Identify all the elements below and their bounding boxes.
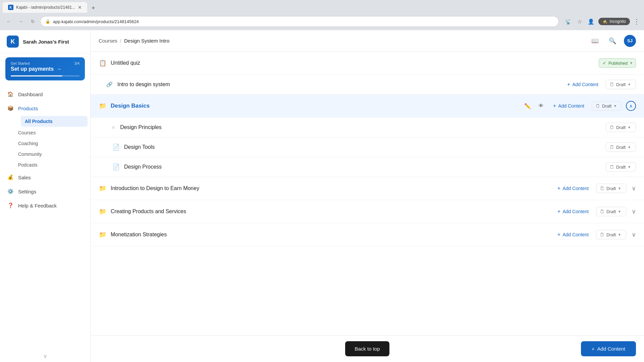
- chevron-down-icon: ▾: [619, 232, 621, 237]
- sidebar-logo: K: [7, 36, 19, 48]
- plus-icon: +: [567, 81, 570, 87]
- folder-icon: 📁: [99, 102, 107, 110]
- address-bar[interactable]: 🔒 app.kajabi.com/admin/products/21481456…: [40, 16, 559, 27]
- lock-icon: 🔒: [45, 19, 50, 24]
- draft-status-badge[interactable]: 🗒 Draft ▾: [596, 230, 626, 239]
- expand-icon[interactable]: ∨: [632, 231, 636, 238]
- expand-icon[interactable]: ∨: [632, 185, 636, 192]
- chevron-down-icon: ▾: [628, 165, 630, 169]
- top-bar: Courses / Design System Intro 📖 🔍 SJ: [91, 30, 644, 52]
- browser-tabs: K Kajabi - /admin/products/21481... ✕ +: [0, 0, 644, 13]
- sidebar-header: K Sarah Jonas's First: [0, 30, 90, 53]
- draft-status-badge[interactable]: 🗒 Draft ▾: [596, 184, 626, 193]
- sidebar-item-label: Products: [18, 106, 38, 111]
- add-content-button[interactable]: + Add Content: [550, 101, 588, 111]
- add-content-button[interactable]: + Add Content: [554, 230, 592, 240]
- doc-icon: 🗒: [600, 232, 604, 237]
- get-started-card[interactable]: Get Started 3/4 Set up payments →: [5, 57, 85, 80]
- breadcrumb-separator: /: [120, 38, 121, 44]
- top-bar-actions: 📖 🔍 SJ: [589, 35, 636, 47]
- sidebar: K Sarah Jonas's First Get Started 3/4 Se…: [0, 30, 91, 362]
- draft-status-badge[interactable]: 🗒 Draft ▾: [606, 162, 636, 172]
- status-label: Draft: [616, 145, 626, 150]
- add-content-button[interactable]: + Add Content: [554, 206, 592, 217]
- help-icon: ❓: [7, 202, 14, 209]
- tab-close-button[interactable]: ✕: [78, 5, 82, 10]
- published-status-badge[interactable]: ✓ Published ▾: [599, 58, 636, 68]
- new-tab-button[interactable]: +: [89, 3, 98, 13]
- course-item-intro-design: 🔗 Intro to desgin system + Add Content 🗒…: [91, 75, 644, 95]
- sidebar-item-community[interactable]: Community: [18, 149, 90, 160]
- draft-status-badge[interactable]: 🗒 Draft ▾: [606, 80, 636, 89]
- add-content-bottom-button[interactable]: + Add Content: [581, 341, 636, 356]
- course-item-actions: 🗒 Draft ▾: [606, 142, 636, 152]
- add-content-button[interactable]: + Add Content: [554, 183, 592, 193]
- course-item-creating-products: 📁 Creating Products and Services + Add C…: [91, 200, 644, 223]
- draft-status-badge[interactable]: 🗒 Draft ▾: [606, 123, 636, 132]
- eye-button[interactable]: 👁: [536, 101, 546, 111]
- breadcrumb-courses-link[interactable]: Courses: [99, 38, 117, 44]
- chevron-down-icon: ▾: [628, 145, 630, 149]
- incognito-icon: 🕵️: [602, 19, 607, 24]
- chevron-down-icon: ▾: [614, 104, 616, 108]
- draft-status-badge[interactable]: 🗒 Draft ▾: [592, 101, 622, 111]
- back-to-top-button[interactable]: Back to top: [345, 341, 389, 356]
- course-item-row: 📋 Untitled quiz ✓ Published ▾: [99, 52, 636, 74]
- app-layout: K Sarah Jonas's First Get Started 3/4 Se…: [0, 30, 644, 362]
- book-icon-button[interactable]: 📖: [589, 35, 601, 47]
- progress-fill: [11, 75, 62, 76]
- course-list: 📋 Untitled quiz ✓ Published ▾: [91, 52, 644, 246]
- reload-button[interactable]: ↻: [28, 17, 38, 26]
- draft-status-badge[interactable]: 🗒 Draft ▾: [606, 142, 636, 152]
- sidebar-item-all-products[interactable]: All Products: [21, 116, 88, 127]
- status-label: Draft: [606, 209, 616, 214]
- expand-icon[interactable]: ∨: [632, 208, 636, 215]
- sidebar-item-sales[interactable]: 💰 Sales: [0, 170, 90, 184]
- main-content: Courses / Design System Intro 📖 🔍 SJ 📋 U…: [91, 30, 644, 362]
- add-content-label: Add Content: [558, 103, 584, 109]
- status-label: Draft: [606, 186, 616, 191]
- sidebar-item-courses[interactable]: Courses: [18, 127, 90, 138]
- tab-favicon: K: [8, 5, 13, 10]
- browser-menu-button[interactable]: ⋮: [633, 17, 640, 25]
- plus-icon: +: [557, 232, 560, 238]
- chevron-down-icon: ▾: [630, 61, 632, 65]
- course-item-title: Untitled quiz: [111, 60, 595, 66]
- forward-button[interactable]: →: [16, 17, 25, 26]
- draft-status-badge[interactable]: 🗒 Draft ▾: [596, 207, 626, 216]
- sidebar-item-coaching[interactable]: Coaching: [18, 138, 90, 149]
- course-item-actions: + Add Content 🗒 Draft ▾ ∨: [554, 230, 636, 240]
- products-submenu: All Products Courses Coaching Community …: [0, 116, 90, 170]
- course-item-actions: ✓ Published ▾: [599, 58, 636, 68]
- content-area: 📋 Untitled quiz ✓ Published ▾: [91, 52, 644, 335]
- cast-icon[interactable]: 📡: [564, 17, 572, 25]
- sidebar-scroll-down[interactable]: ∨: [0, 350, 90, 362]
- sales-icon: 💰: [7, 174, 14, 181]
- status-label: Draft: [606, 232, 616, 237]
- plus-icon: +: [592, 346, 595, 352]
- active-tab[interactable]: K Kajabi - /admin/products/21481... ✕: [3, 2, 87, 13]
- add-content-button[interactable]: + Add Content: [564, 79, 602, 89]
- course-item-title: Monetization Strategies: [111, 232, 550, 238]
- course-item-design-tools: 📄 Design Tools 🗒 Draft ▾: [91, 137, 644, 157]
- link-icon: 🔗: [105, 81, 113, 87]
- back-button[interactable]: ←: [4, 17, 13, 26]
- course-item-untitled-quiz: 📋 Untitled quiz ✓ Published ▾: [91, 52, 644, 75]
- incognito-button[interactable]: 🕵️ Incognito: [598, 18, 630, 25]
- tab-title: Kajabi - /admin/products/21481...: [16, 5, 75, 10]
- sidebar-item-settings[interactable]: ⚙️ Settings: [0, 184, 90, 198]
- user-avatar-button[interactable]: SJ: [624, 35, 636, 47]
- sidebar-item-podcasts[interactable]: Podcasts: [18, 160, 90, 170]
- incognito-label: Incognito: [609, 19, 626, 24]
- quiz-icon: 📋: [99, 59, 107, 67]
- edit-button[interactable]: ✏️: [523, 101, 532, 111]
- sidebar-item-help[interactable]: ❓ Help & Feedback: [0, 198, 90, 213]
- collapse-button[interactable]: ∧: [626, 101, 636, 111]
- sidebar-item-dashboard[interactable]: 🏠 Dashboard: [0, 87, 90, 101]
- search-button[interactable]: 🔍: [606, 35, 619, 47]
- bookmark-icon[interactable]: ☆: [576, 17, 584, 25]
- check-icon: ✓: [602, 60, 606, 66]
- profile-icon[interactable]: 👤: [587, 17, 595, 25]
- add-content-bottom-label: Add Content: [597, 346, 625, 352]
- sidebar-item-products[interactable]: 📦 Products: [0, 101, 90, 115]
